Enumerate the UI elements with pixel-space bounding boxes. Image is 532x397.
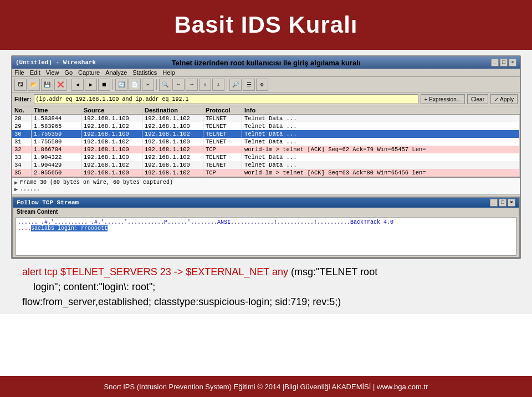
toolbar-btn-7[interactable]: ⏹ xyxy=(98,79,110,91)
table-row-selected[interactable]: 301.755359192.168.1.100192.168.1.102TELN… xyxy=(12,130,520,138)
toolbar-btn-4[interactable]: ❌ xyxy=(54,79,66,91)
rule-keyword: alert tcp $TELNET_SERVERS 23 -> $EXTERNA… xyxy=(22,266,288,277)
tcp-stream-line-1: ...... .#.'.......... .#.'......'.......… xyxy=(18,219,514,225)
toolbar-btn-6[interactable]: ▶ xyxy=(85,79,97,91)
table-row[interactable]: 341.904429192.168.1.102192.168.1.100TELN… xyxy=(12,161,520,169)
toolbar-btn-16[interactable]: 🔎 xyxy=(229,79,242,91)
col-no: No. xyxy=(12,106,32,114)
wireshark-window: (Untitled) - Wireshark Telnet üzerinden … xyxy=(11,55,521,259)
tcp-stream-titlebar: Follow TCP Stream _ □ × xyxy=(13,198,519,208)
menu-go[interactable]: Go xyxy=(64,69,73,76)
footer-text: Snort IPS (Intrusion Prevention System) … xyxy=(104,383,428,391)
tcp-stream-window: Follow TCP Stream _ □ × Stream Content .… xyxy=(12,197,520,258)
tcp-stream-title: Follow TCP Stream xyxy=(17,199,79,206)
wireshark-titlebar: (Untitled) - Wireshark Telnet üzerinden … xyxy=(12,56,520,69)
toolbar-btn-10[interactable]: ✂ xyxy=(142,79,154,91)
toolbar: 🖫 📂 💾 ❌ ◀ ▶ ⏹ 🔄 📄 ✂ 🔍 ← → ⇧ ⇩ 🔎 ☰ ⚙ xyxy=(12,77,520,92)
checkmark-icon: ✓ xyxy=(494,96,499,102)
packet-list-header: No. Time Source Destination Protocol Inf… xyxy=(12,106,520,115)
header: Basit IDS Kuralı xyxy=(0,0,532,50)
detail-text-2: ...... xyxy=(20,186,40,192)
menu-statistics[interactable]: Statistics xyxy=(132,69,157,76)
menubar: File Edit View Go Capture Analyze Statis… xyxy=(12,69,520,77)
clear-button[interactable]: Clear xyxy=(467,94,488,104)
table-row[interactable]: 331.904322192.168.1.100192.168.1.102TELN… xyxy=(12,153,520,161)
menu-edit[interactable]: Edit xyxy=(30,69,40,76)
titlebar-controls: _ □ × xyxy=(491,59,516,66)
filter-label: Filter: xyxy=(14,96,32,102)
footer: Snort IPS (Intrusion Prevention System) … xyxy=(0,376,532,397)
filter-input[interactable] xyxy=(34,94,418,104)
maximize-button[interactable]: □ xyxy=(500,59,508,66)
toolbar-btn-5[interactable]: ◀ xyxy=(71,79,84,91)
expression-button[interactable]: + Expression... xyxy=(421,94,465,104)
rule-text: alert tcp $TELNET_SERVERS 23 -> $EXTERNA… xyxy=(22,265,510,310)
packet-list: No. Time Source Destination Protocol Inf… xyxy=(12,106,520,178)
rule-normal-2: login"; content:"login\: root"; xyxy=(22,281,155,292)
rule-normal-3: flow:from_server,established; classtype:… xyxy=(22,296,341,307)
table-row[interactable]: 291.583965192.168.1.102192.168.1.100TELN… xyxy=(12,122,520,130)
tcp-stream-line-2: ....saclabs login: rroooott xyxy=(18,225,514,231)
rule-normal-1: (msg:"TELNET root xyxy=(288,266,377,277)
tcp-stream-content: ...... .#.'.......... .#.'......'.......… xyxy=(16,217,516,256)
table-row-tcp[interactable]: 321.866704192.168.1.100192.168.1.102TCPw… xyxy=(12,146,520,153)
tcp-maximize-button[interactable]: □ xyxy=(499,199,507,207)
menu-capture[interactable]: Capture xyxy=(78,69,100,76)
toolbar-sep-3 xyxy=(156,79,157,90)
expand-icon[interactable]: ▶ xyxy=(14,179,18,186)
toolbar-btn-17[interactable]: ☰ xyxy=(243,79,255,91)
page-title: Basit IDS Kuralı xyxy=(174,12,357,38)
toolbar-btn-13[interactable]: → xyxy=(186,79,198,91)
table-row[interactable]: 311.755500192.168.1.102192.168.1.100TELN… xyxy=(12,138,520,146)
toolbar-btn-8[interactable]: 🔄 xyxy=(115,79,127,91)
col-info: Info xyxy=(242,106,520,114)
wireshark-overlay-title: Telnet üzerinden root kullanıcısı ile gi… xyxy=(127,59,405,67)
col-time: Time xyxy=(32,106,81,114)
col-protocol: Protocol xyxy=(203,106,242,114)
table-row[interactable]: 281.583844192.168.1.100192.168.1.102TELN… xyxy=(12,115,520,122)
col-source: Source xyxy=(81,106,142,114)
toolbar-btn-3[interactable]: 💾 xyxy=(41,79,53,91)
main-content: (Untitled) - Wireshark Telnet üzerinden … xyxy=(0,50,532,314)
rule-area: alert tcp $TELNET_SERVERS 23 -> $EXTERNA… xyxy=(11,259,521,314)
menu-view[interactable]: View xyxy=(46,69,59,76)
toolbar-btn-15[interactable]: ⇩ xyxy=(212,79,224,91)
apply-button[interactable]: ✓ Apply xyxy=(490,94,518,104)
close-button[interactable]: × xyxy=(509,59,516,66)
toolbar-btn-12[interactable]: ← xyxy=(172,79,185,91)
toolbar-sep-4 xyxy=(227,79,227,90)
minimize-button[interactable]: _ xyxy=(491,59,499,66)
frame-detail-text: Frame 30 (60 bytes on wire, 60 bytes cap… xyxy=(20,179,173,185)
toolbar-btn-2[interactable]: 📂 xyxy=(28,79,40,91)
toolbar-btn-1[interactable]: 🖫 xyxy=(14,79,27,91)
filterbar: Filter: + Expression... Clear ✓ Apply xyxy=(12,92,520,106)
toolbar-sep-1 xyxy=(69,79,69,90)
menu-analyze[interactable]: Analyze xyxy=(105,69,127,76)
table-row-tcp[interactable]: 352.055650192.168.1.100192.168.1.102TCPw… xyxy=(12,169,520,177)
toolbar-btn-18[interactable]: ⚙ xyxy=(256,79,268,91)
expand-icon-2[interactable]: ▶ xyxy=(14,186,18,193)
tcp-stream-highlight: saclabs login: rroooott xyxy=(31,225,108,231)
detail-item-frame: ▶ Frame 30 (60 bytes on wire, 60 bytes c… xyxy=(14,179,518,186)
toolbar-btn-9[interactable]: 📄 xyxy=(129,79,141,91)
toolbar-sep-2 xyxy=(112,79,113,90)
tcp-minimize-button[interactable]: _ xyxy=(490,199,498,207)
col-destination: Destination xyxy=(142,106,203,114)
packet-details-panel: ▶ Frame 30 (60 bytes on wire, 60 bytes c… xyxy=(12,178,520,194)
toolbar-btn-11[interactable]: 🔍 xyxy=(159,79,171,91)
tcp-stream-content-label: Stream Content xyxy=(13,208,519,216)
detail-item-2: ▶ ...... xyxy=(14,186,518,193)
tcp-titlebar-controls: _ □ × xyxy=(490,199,515,207)
menu-file[interactable]: File xyxy=(14,69,24,76)
menu-help[interactable]: Help xyxy=(162,69,175,76)
wireshark-title-text: (Untitled) - Wireshark xyxy=(16,59,96,66)
tcp-close-button[interactable]: × xyxy=(508,199,515,207)
toolbar-btn-14[interactable]: ⇧ xyxy=(199,79,211,91)
